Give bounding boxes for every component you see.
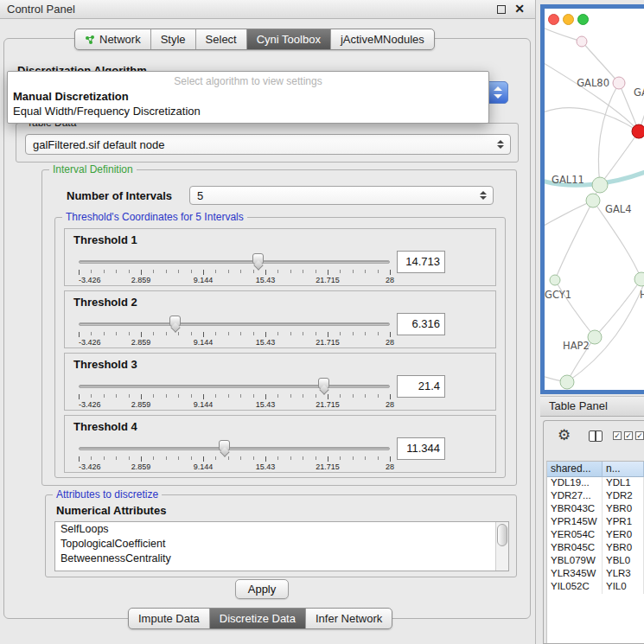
network-node[interactable]: [592, 177, 608, 193]
algorithm-option[interactable]: Equal Width/Frequency Discretization: [8, 104, 488, 118]
network-node[interactable]: [577, 36, 587, 47]
tab-impute-data[interactable]: Impute Data: [129, 609, 210, 628]
ruler-tick: [215, 270, 216, 273]
ruler-tick: [228, 270, 229, 273]
tick-label: 21.715: [316, 338, 340, 347]
tab-jactivemnodules[interactable]: jActiveMNodules: [331, 29, 434, 49]
tab-infer-network[interactable]: Infer Network: [306, 609, 392, 628]
threshold-slider[interactable]: -3.4262.8599.14415.4321.71528: [79, 376, 390, 409]
ruler-tick: [203, 394, 204, 399]
attribute-list-item[interactable]: SelfLoops: [55, 522, 508, 537]
ruler-tick: [365, 394, 366, 398]
mac-minimize-button[interactable]: [563, 14, 574, 25]
table-row[interactable]: YBL079WYBL0: [547, 555, 644, 568]
thresholds-legend: Threshold's Coordinates for 5 Intervals: [62, 211, 247, 223]
table-row[interactable]: YER054CYER0: [547, 529, 644, 542]
table-cell: YPR145W: [547, 516, 603, 529]
number-of-intervals-combobox[interactable]: 5: [189, 186, 494, 205]
network-node[interactable]: [560, 375, 574, 389]
table-cell: YER0: [603, 529, 644, 542]
ruler-tick: [303, 394, 303, 398]
tab-label: jActiveMNodules: [341, 33, 424, 46]
threshold-slider[interactable]: -3.4262.8599.14415.4321.71528: [79, 438, 390, 471]
ruler-tick: [191, 332, 192, 335]
close-icon[interactable]: ✕: [514, 2, 525, 16]
ruler-tick: [390, 270, 391, 275]
slider-thumb[interactable]: [169, 316, 181, 327]
network-node[interactable]: [586, 194, 600, 207]
slider-thumb[interactable]: [252, 253, 264, 265]
threshold-label: Threshold 3: [73, 358, 137, 371]
table-row[interactable]: YDR27...YDR2: [547, 490, 644, 503]
network-icon: [85, 35, 95, 45]
number-of-intervals-value: 5: [197, 189, 203, 202]
columns-icon[interactable]: [589, 430, 603, 442]
ruler-tick: [116, 456, 117, 460]
attribute-list-item[interactable]: TopologicalCoefficient: [55, 537, 508, 552]
table-column-header[interactable]: shared...: [547, 462, 603, 477]
ruler-tick: [265, 332, 266, 337]
network-edge: [555, 201, 593, 280]
threshold-value-box[interactable]: 6.316: [397, 313, 445, 335]
slider-thumb[interactable]: [219, 440, 230, 451]
attributes-listbox[interactable]: SelfLoopsTopologicalCoefficientBetweenne…: [54, 521, 509, 571]
checkbox-icon[interactable]: ✓: [624, 431, 633, 440]
table-row[interactable]: YPR145WYPR1: [547, 516, 644, 529]
ruler-tick: [129, 270, 130, 273]
tab-discretize-data[interactable]: Discretize Data: [210, 609, 306, 628]
network-node[interactable]: [613, 77, 625, 89]
ruler-tick: [253, 456, 254, 460]
threshold-value-box[interactable]: 21.4: [397, 375, 445, 398]
threshold-value-box[interactable]: 14.713: [397, 251, 445, 273]
scrollbar-thumb[interactable]: [497, 524, 507, 546]
slider-track: [79, 385, 390, 388]
slider-thumb[interactable]: [318, 378, 329, 389]
gear-icon[interactable]: ⚙: [558, 426, 571, 444]
ruler-tick: [116, 332, 117, 335]
ruler-tick: [365, 332, 366, 335]
table-cell: YBL079W: [547, 555, 603, 568]
tab-style[interactable]: Style: [151, 29, 196, 49]
tab-cyni-toolbox[interactable]: Cyni Toolbox: [247, 29, 331, 49]
threshold-label: Threshold 1: [73, 233, 137, 246]
checkbox-icon[interactable]: ✓: [613, 431, 622, 440]
checkbox-icon[interactable]: ✓: [635, 431, 644, 440]
tab-label: Cyni Toolbox: [257, 33, 321, 46]
ruler-tick: [303, 456, 303, 460]
network-node[interactable]: [588, 330, 602, 344]
ruler-tick: [353, 270, 354, 273]
tab-network[interactable]: Network: [75, 29, 151, 49]
table-row[interactable]: YDL19...YDL1: [547, 477, 644, 490]
threshold-value-box[interactable]: 11.344: [397, 437, 445, 460]
ruler-tick: [104, 394, 105, 398]
float-window-icon[interactable]: [497, 5, 506, 14]
ruler-tick: [240, 332, 241, 335]
network-node[interactable]: [634, 272, 644, 286]
table-row[interactable]: YBR043CYBR0: [547, 503, 644, 516]
tab-select[interactable]: Select: [196, 29, 247, 49]
mac-close-button[interactable]: [548, 14, 559, 25]
table-row[interactable]: YLR345WYLR3: [547, 568, 644, 581]
control-panel-titlebar[interactable]: Control Panel ✕: [0, 0, 535, 19]
apply-button[interactable]: Apply: [235, 579, 289, 599]
mac-zoom-button[interactable]: [577, 14, 589, 25]
slider-ruler: -3.4262.8599.14415.4321.71528: [79, 456, 390, 471]
network-node[interactable]: [550, 275, 560, 285]
table-row[interactable]: YBR045CYBR0: [547, 542, 644, 555]
ruler-tick: [378, 456, 379, 460]
ruler-tick: [91, 394, 92, 398]
algorithm-option[interactable]: Manual Discretization: [8, 89, 488, 104]
table-data-combobox[interactable]: galFiltered.sif default node: [25, 134, 511, 155]
table-column-header[interactable]: n...: [603, 462, 644, 477]
ruler-tick: [378, 394, 379, 398]
network-node[interactable]: [632, 124, 644, 138]
attribute-list-item[interactable]: BetweennessCentrality: [55, 552, 508, 566]
network-node-label: GA: [634, 86, 644, 99]
list-scrollbar[interactable]: [495, 522, 508, 571]
threshold-slider[interactable]: -3.4262.8599.14415.4321.71528: [79, 314, 390, 347]
table-panel-title: Table Panel: [540, 396, 644, 417]
threshold-slider[interactable]: -3.4262.8599.14415.4321.71528: [79, 252, 390, 284]
table-row[interactable]: YIL052CYIL0: [547, 581, 644, 594]
table-cell: YBR0: [603, 542, 644, 555]
network-canvas[interactable]: GAL80GAGAL11GAL4GCY1HHAP2: [545, 9, 644, 390]
